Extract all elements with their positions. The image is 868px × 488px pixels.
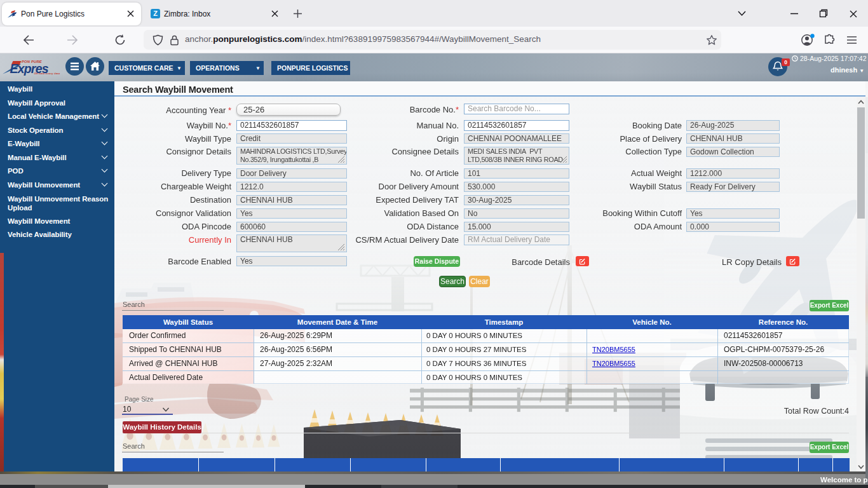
svg-text:On time every time: On time every time <box>34 72 61 75</box>
